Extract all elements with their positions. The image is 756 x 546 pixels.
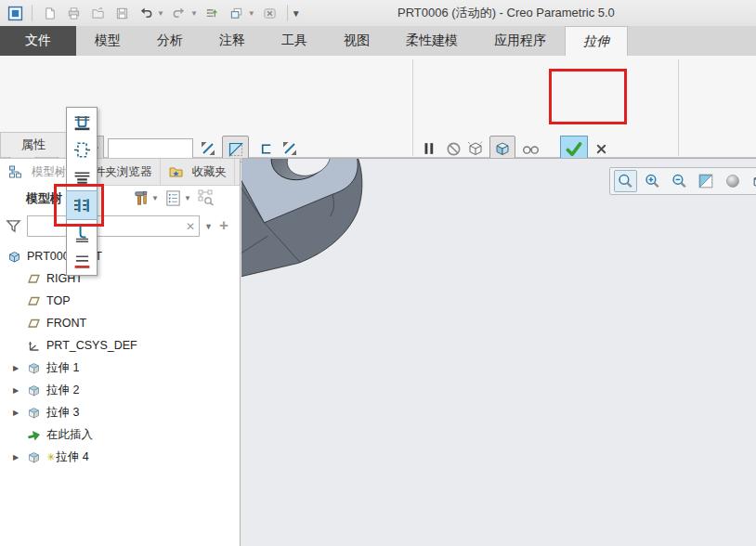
close-window-icon[interactable] — [261, 4, 280, 22]
tree-item-prt-csys-def[interactable]: ▶ ✳ PRT_CSYS_DEF — [0, 334, 240, 357]
expand-arrow-icon[interactable]: ▶ — [13, 364, 26, 372]
tree-item-extrude-4[interactable]: ▶ ✳ 拉伸 4 — [0, 446, 240, 468]
windows-icon[interactable] — [228, 4, 246, 22]
ribbon-tab-flexible-modeling[interactable]: 柔性建模 — [388, 26, 476, 56]
navigator-tab-favorites[interactable]: 收藏夹 — [161, 159, 236, 185]
tree-item-insert-here[interactable]: ▶ ✳ 在此插入 — [0, 423, 240, 446]
customize-toolbar-caret-icon[interactable]: ▼ — [292, 8, 301, 19]
tree-item-extrude-3[interactable]: ▶ ✳ 拉伸 3 — [0, 401, 240, 423]
add-filter-icon[interactable]: + — [219, 216, 228, 235]
toolbar-separator — [32, 5, 33, 21]
window-title: PRT0006 (活动的) - Creo Parametric 5.0 — [398, 0, 615, 26]
viewport-tool-repaint[interactable] — [695, 170, 718, 192]
depth-option-to-selected[interactable] — [67, 247, 97, 275]
tree-item-top[interactable]: ▶ ✳ TOP — [0, 290, 240, 312]
ribbon-tab-extrude[interactable]: 拉伸 — [565, 26, 628, 56]
windows-caret-icon[interactable]: ▼ — [248, 9, 255, 18]
print-icon[interactable] — [64, 4, 83, 22]
viewport-tool-display-style[interactable] — [722, 170, 745, 192]
navigator-tabs: 模型树文件夹浏览器收藏夹 — [0, 159, 240, 186]
model-tree-header: 模型树 ▼ ▼ — [0, 186, 240, 212]
filter-caret-icon[interactable]: ▼ — [204, 222, 213, 231]
panel-tab-properties[interactable]: 属性 — [0, 132, 67, 157]
app-menu-button[interactable] — [6, 4, 24, 22]
ribbon-tab-tools[interactable]: 工具 — [264, 26, 325, 56]
tree-item-extrude-2[interactable]: ▶ ✳ 拉伸 2 — [0, 379, 240, 401]
toolbar-separator — [287, 5, 288, 21]
tree-tools-caret-icon[interactable]: ▼ — [151, 194, 159, 202]
undo-icon[interactable] — [137, 4, 155, 22]
ribbon-tab-model[interactable]: 模型 — [77, 26, 138, 56]
redo-icon[interactable] — [170, 4, 189, 22]
tree-settings-icon[interactable] — [164, 189, 182, 207]
extrude-dashboard: ▼ 放置选项属性 — [0, 56, 756, 158]
depth-option-through-until[interactable] — [67, 219, 97, 247]
new-file-icon[interactable] — [40, 4, 59, 22]
expand-arrow-icon[interactable]: ▶ — [13, 453, 26, 462]
depth-option-blind[interactable] — [67, 108, 97, 136]
ribbon-tab-annotate[interactable]: 注释 — [202, 26, 263, 56]
quick-access-toolbar: ▼ ▼ ▼ ▼ — [0, 4, 301, 22]
model-tree-title: 模型树 — [26, 190, 62, 207]
depth-option-symmetric[interactable] — [67, 136, 97, 163]
clear-filter-icon[interactable]: ✕ — [186, 220, 199, 233]
viewport-tool-saved-views[interactable] — [749, 170, 756, 192]
filter-funnel-icon — [5, 217, 22, 235]
viewport-tool-zoom-in[interactable] — [641, 170, 664, 192]
tree-settings-caret-icon[interactable]: ▼ — [184, 194, 191, 202]
tree-item-right[interactable]: ▶ ✳ RIGHT — [0, 267, 240, 290]
graphics-viewport[interactable] — [241, 158, 756, 546]
redo-caret-icon[interactable]: ▼ — [190, 9, 198, 18]
expand-arrow-icon[interactable]: ▶ — [13, 386, 26, 395]
ribbon-tab-view[interactable]: 视图 — [326, 26, 387, 56]
tree-item-part-root[interactable]: ▶ ✳ PRT0006.PRT — [0, 245, 240, 267]
tree-filter-field: ✕ — [27, 215, 200, 237]
undo-caret-icon[interactable]: ▼ — [157, 9, 164, 18]
titlebar: ▼ ▼ ▼ ▼ PRT0006 (活动的) - Creo Parametric … — [0, 0, 756, 26]
ribbon-tab-analysis[interactable]: 分析 — [139, 26, 201, 56]
ribbon-tab-bar: 文件模型分析注释工具视图柔性建模应用程序拉伸 — [0, 26, 756, 56]
tree-item-front[interactable]: ▶ ✳ FRONT — [0, 312, 240, 334]
navigator-tab-model-tree[interactable]: 模型树 — [0, 159, 75, 186]
ribbon-tab-file[interactable]: 文件 — [0, 26, 76, 56]
dashboard-panel-tabs: 放置选项属性 — [0, 132, 756, 157]
tree-search-icon — [197, 188, 215, 207]
depth-option-through-all[interactable] — [67, 191, 97, 219]
ribbon-tab-applications[interactable]: 应用程序 — [476, 26, 564, 56]
save-icon[interactable] — [112, 4, 131, 22]
depth-option-to-next[interactable] — [67, 163, 97, 191]
tree-filter-input[interactable] — [28, 220, 186, 233]
viewport-tool-zoom-out[interactable] — [668, 170, 691, 192]
3d-model-canvas — [241, 159, 756, 546]
tree-tools-icon[interactable] — [132, 189, 150, 207]
viewport-tool-zoom-region[interactable] — [614, 170, 637, 192]
tree-filter-row: ✕ ▼ + — [0, 213, 240, 240]
depth-options-dropdown — [66, 107, 98, 276]
expand-arrow-icon[interactable]: ▶ — [13, 409, 26, 417]
modified-star-icon: ✳ — [46, 451, 55, 463]
creo-parametric-window: ▼ ▼ ▼ ▼ PRT0006 (活动的) - Creo Parametric … — [0, 0, 756, 546]
open-icon[interactable] — [88, 4, 107, 22]
regenerate-icon[interactable] — [203, 4, 222, 22]
tree-item-extrude-1[interactable]: ▶ ✳ 拉伸 1 — [0, 357, 240, 379]
model-tree: ▶ ✳ PRT0006.PRT ▶ ✳ RIGHT ▶ ✳ TOP ▶ — [0, 245, 240, 468]
navigator-panel: 模型树文件夹浏览器收藏夹 模型树 ▼ ▼ ✕ ▼ + ▶ — [0, 158, 241, 546]
in-graphics-toolbar — [609, 167, 756, 195]
